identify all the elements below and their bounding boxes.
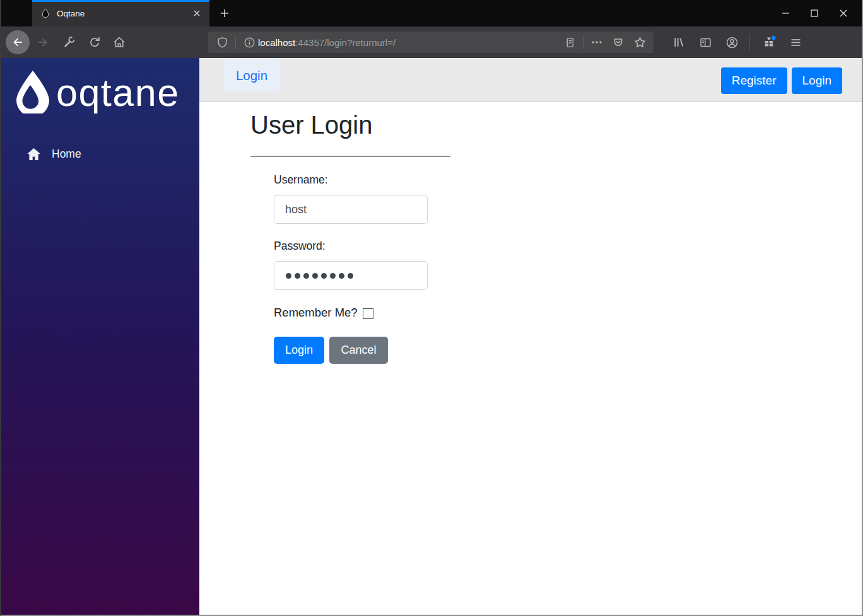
header-login-button[interactable]: Login bbox=[792, 67, 843, 94]
titlebar: Oqtane bbox=[1, 0, 862, 26]
site-header: Login Register Login bbox=[199, 58, 862, 102]
library-button[interactable] bbox=[671, 35, 686, 50]
back-button[interactable] bbox=[6, 30, 30, 54]
pocket-icon bbox=[612, 36, 625, 49]
close-window-button[interactable] bbox=[829, 0, 858, 26]
sidebar-icon bbox=[699, 36, 712, 49]
library-icon bbox=[672, 35, 686, 49]
hamburger-icon bbox=[789, 36, 802, 49]
urlbar-separator bbox=[583, 36, 584, 49]
navigation-toolbar: localhost:44357/login?returnurl=/ bbox=[1, 26, 862, 58]
page-title: User Login bbox=[250, 111, 862, 139]
home-icon bbox=[112, 35, 126, 49]
password-dots bbox=[286, 273, 353, 279]
wrench-icon bbox=[62, 35, 76, 49]
url-path: :44357/login?returnurl=/ bbox=[295, 37, 396, 48]
site-sidebar: oqtane Home bbox=[1, 58, 199, 615]
title-divider bbox=[250, 156, 450, 157]
remember-me-label: Remember Me? bbox=[274, 306, 358, 320]
gift-icon bbox=[762, 35, 777, 49]
tab-favicon-droplet-icon bbox=[40, 8, 50, 18]
star-icon bbox=[633, 36, 647, 49]
cancel-button[interactable]: Cancel bbox=[329, 337, 388, 364]
sidebar-item-label: Home bbox=[52, 148, 81, 161]
password-field-group: Password: bbox=[274, 240, 862, 290]
password-label: Password: bbox=[274, 240, 862, 253]
pocket-button[interactable] bbox=[611, 35, 626, 50]
back-arrow-icon bbox=[11, 36, 24, 49]
username-input[interactable] bbox=[274, 195, 428, 224]
maximize-button[interactable] bbox=[800, 0, 829, 26]
plus-icon bbox=[218, 7, 231, 20]
tracking-protection-shield-icon[interactable] bbox=[214, 35, 230, 50]
refresh-icon bbox=[88, 36, 101, 49]
notification-dot bbox=[772, 36, 775, 40]
tab-title: Oqtane bbox=[57, 9, 191, 18]
close-icon bbox=[840, 9, 847, 17]
username-field-group: Username: bbox=[274, 173, 862, 224]
url-bar[interactable]: localhost:44357/login?returnurl=/ bbox=[208, 32, 654, 53]
minimize-button[interactable] bbox=[771, 0, 800, 26]
username-label: Username: bbox=[274, 173, 862, 187]
bookmark-star-button[interactable] bbox=[632, 35, 647, 50]
droplet-logo-mark bbox=[16, 71, 49, 113]
whats-new-button[interactable] bbox=[761, 35, 777, 50]
account-button[interactable] bbox=[724, 35, 739, 50]
menu-button[interactable] bbox=[788, 35, 803, 50]
browser-window: Oqtane bbox=[0, 0, 863, 616]
page-actions-button[interactable] bbox=[589, 35, 604, 50]
url-host: localhost bbox=[258, 37, 295, 48]
window-controls bbox=[771, 0, 858, 26]
page-content: oqtane Home Login Register Login User Lo… bbox=[1, 58, 862, 615]
toolbar-separator bbox=[749, 34, 750, 50]
brand-wordmark: oqtane bbox=[56, 71, 180, 113]
minimize-icon bbox=[782, 9, 790, 17]
remember-me-checkbox[interactable] bbox=[363, 308, 373, 319]
oqtane-logo[interactable]: oqtane bbox=[11, 71, 192, 116]
forward-button[interactable] bbox=[35, 35, 50, 50]
home-icon bbox=[26, 148, 41, 161]
login-module: User Login Username: Password: Rem bbox=[199, 102, 862, 364]
url-text[interactable]: localhost:44357/login?returnurl=/ bbox=[258, 37, 558, 48]
password-input[interactable] bbox=[274, 261, 428, 290]
login-form: Username: Password: Remember Me? bbox=[274, 173, 862, 364]
reload-button[interactable] bbox=[87, 35, 102, 50]
remember-me-row: Remember Me? bbox=[274, 306, 862, 320]
site-info-icon[interactable] bbox=[242, 35, 257, 50]
breadcrumb-login-link[interactable]: Login bbox=[224, 59, 279, 91]
page-tools-button[interactable] bbox=[62, 35, 77, 50]
account-person-icon bbox=[725, 36, 739, 49]
browser-tab[interactable]: Oqtane bbox=[32, 0, 209, 26]
sidebar-item-home[interactable]: Home bbox=[1, 148, 199, 161]
header-buttons: Register Login bbox=[721, 67, 842, 94]
ellipsis-icon bbox=[590, 36, 603, 49]
reader-mode-button[interactable] bbox=[562, 35, 577, 50]
toolbar-right-icons bbox=[664, 34, 803, 50]
forward-arrow-icon bbox=[37, 36, 49, 49]
tab-close-icon[interactable] bbox=[191, 7, 203, 20]
main-panel: Login Register Login User Login Username… bbox=[199, 58, 862, 615]
urlbar-separator bbox=[235, 36, 236, 49]
home-button[interactable] bbox=[112, 35, 127, 50]
maximize-icon bbox=[811, 9, 818, 17]
new-tab-button[interactable] bbox=[213, 0, 236, 26]
form-buttons: Login Cancel bbox=[274, 337, 862, 364]
sidebar-toggle-button[interactable] bbox=[698, 35, 713, 50]
register-button[interactable]: Register bbox=[721, 67, 787, 94]
login-button[interactable]: Login bbox=[274, 337, 324, 364]
